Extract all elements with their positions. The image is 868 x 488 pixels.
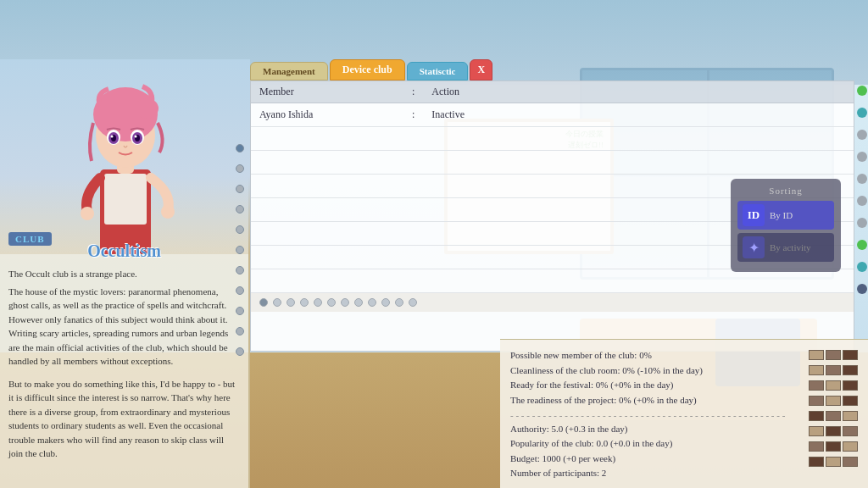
col-member: Member <box>251 81 403 103</box>
indicator-dot <box>857 284 867 294</box>
indicator-dot <box>857 196 867 206</box>
scroll-dots <box>236 144 244 356</box>
col-action: Action <box>423 81 828 103</box>
scroll-dot[interactable] <box>236 225 244 234</box>
indicator-dot <box>857 218 867 228</box>
col-sep-header: : <box>403 81 423 103</box>
indicator-dot <box>857 262 867 272</box>
svg-point-15 <box>161 205 175 219</box>
stat-bar-row <box>809 441 858 452</box>
stat-bar-seg <box>843 396 858 406</box>
tab-close[interactable]: X <box>470 59 492 80</box>
left-panel: Club Occultism The Occult club is a stra… <box>0 59 250 488</box>
stats-area: Possible new member of the club: 0% Clea… <box>500 339 868 488</box>
main-panel: Management Device club Statisctic X Memb… <box>250 59 868 488</box>
stat-bar-seg <box>809 426 824 436</box>
tab-device-club[interactable]: Device club <box>330 59 405 80</box>
scroll-dot[interactable] <box>236 327 244 336</box>
club-badge: Club <box>8 232 52 246</box>
tab-statistic[interactable]: Statisctic <box>407 62 469 80</box>
tab-management[interactable]: Management <box>250 62 328 80</box>
page-dot[interactable] <box>395 298 403 307</box>
sort-by-id-label: By ID <box>770 210 793 220</box>
stat-authority: Authority: 5.0 (+0.3 in the day) <box>510 422 805 437</box>
member-sep: : <box>403 103 423 127</box>
scroll-dot[interactable] <box>236 286 244 295</box>
stat-budget: Budget: 1000 (+0 per week) <box>510 452 805 467</box>
scroll-dot[interactable] <box>236 185 244 193</box>
separator: - - - - - - - - - - - - - - - - - - - - … <box>510 410 805 420</box>
character-svg <box>49 68 202 254</box>
stat-bar-row <box>809 365 858 375</box>
stat-bar-seg <box>809 457 824 467</box>
stat-bar-seg <box>809 380 824 391</box>
page-dot[interactable] <box>368 298 376 307</box>
stat-bar-seg <box>809 365 824 375</box>
scroll-dot[interactable] <box>236 347 244 356</box>
page-dot[interactable] <box>409 298 417 307</box>
sort-by-id-button[interactable]: ID By ID <box>737 201 834 230</box>
content-area: Member : Action Ayano Ishida : Inactive <box>250 80 854 352</box>
sort-by-activity-button[interactable]: ✦ By activity <box>737 233 834 262</box>
stat-popularity: Popularity of the club: 0.0 (+0.0 in the… <box>510 436 805 452</box>
stat-possible-member: Possible new member of the club: 0% <box>510 348 805 363</box>
pagination <box>251 293 854 312</box>
stat-bar-row <box>809 426 858 436</box>
stat-cleanliness: Cleanliness of the club room: 0% (-10% i… <box>510 363 805 379</box>
sort-title: Sorting <box>737 186 834 196</box>
page-dot[interactable] <box>273 298 281 307</box>
character-image: Club <box>0 59 250 254</box>
indicator-dot <box>857 174 867 184</box>
club-title: Occultism <box>87 241 161 261</box>
stat-readiness-project: The readiness of the project: 0% (+0% in… <box>510 393 805 408</box>
stats-text: Possible new member of the club: 0% Clea… <box>510 348 805 481</box>
club-description: The Occult club is a strange place. The … <box>8 267 240 461</box>
scroll-dot[interactable] <box>236 205 244 214</box>
indicator-column <box>855 81 867 294</box>
page-dot[interactable] <box>354 298 363 307</box>
indicator-dot <box>857 152 867 162</box>
desc-line-1: The Occult club is a strange place. <box>8 267 240 281</box>
sort-star-icon: ✦ <box>743 236 765 258</box>
stat-bar-seg <box>826 426 841 436</box>
stat-bar-seg <box>809 411 824 421</box>
stat-participants: Number of participants: 2 <box>510 466 805 481</box>
scroll-dot[interactable] <box>236 164 244 173</box>
scroll-dot[interactable] <box>236 266 244 274</box>
page-dot[interactable] <box>300 298 309 307</box>
page-dot[interactable] <box>327 298 336 307</box>
stat-bar-seg <box>809 441 824 452</box>
stat-bar-row <box>809 396 858 406</box>
stat-bar-row <box>809 457 858 467</box>
stat-bar-seg <box>826 365 841 375</box>
stat-bar-seg <box>843 441 858 452</box>
indicator-dot <box>857 130 867 140</box>
sort-panel: Sorting ID By ID ✦ By activity <box>731 179 841 272</box>
page-dot[interactable] <box>341 298 349 307</box>
page-dot[interactable] <box>287 298 295 307</box>
svg-rect-1 <box>104 174 147 225</box>
scroll-dot[interactable] <box>236 307 244 315</box>
stat-bar-seg <box>826 396 841 406</box>
stat-bar-seg <box>826 457 841 467</box>
stat-bar-seg <box>809 350 824 360</box>
member-action: Inactive <box>423 103 828 127</box>
sort-id-icon: ID <box>743 204 765 226</box>
stat-bar-seg <box>843 380 858 391</box>
tab-bar: Management Device club Statisctic X <box>250 59 868 80</box>
stat-bar-seg <box>843 457 858 467</box>
stat-bar-seg <box>809 396 824 406</box>
page-dot[interactable] <box>381 298 390 307</box>
stat-bar-seg <box>826 350 841 360</box>
page-dot[interactable] <box>259 298 268 307</box>
desc-line-3: But to make you do something like this, … <box>8 377 240 461</box>
indicator-dot <box>857 86 867 96</box>
stat-bar-seg <box>826 411 841 421</box>
scroll-dot[interactable] <box>236 144 244 152</box>
stat-bar-seg <box>843 365 858 375</box>
stat-bar-row <box>809 350 858 360</box>
sort-by-activity-label: By activity <box>770 242 811 252</box>
member-row: Ayano Ishida : Inactive <box>251 103 854 127</box>
page-dot[interactable] <box>314 298 322 307</box>
scroll-dot[interactable] <box>236 246 244 254</box>
